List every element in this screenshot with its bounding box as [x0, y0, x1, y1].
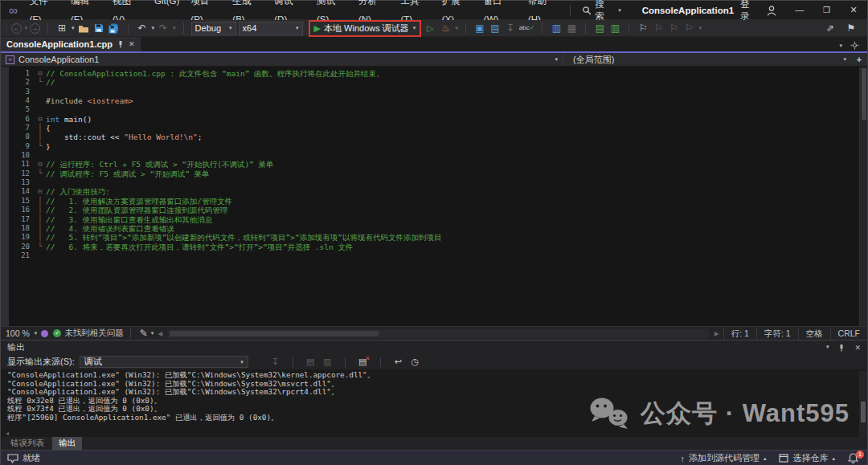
start-debugging-button[interactable]: 本地 Windows 调试器	[324, 22, 409, 35]
open-file-icon[interactable]	[77, 22, 90, 35]
editor-horizontal-scrollbar[interactable]	[168, 329, 708, 338]
save-icon[interactable]	[92, 22, 105, 35]
code-line[interactable]: 10	[9, 151, 859, 160]
column-indicator[interactable]: 字符: 1	[756, 327, 798, 340]
code-line[interactable]: 13	[9, 178, 859, 187]
report-problem-icon[interactable]: ⚑	[845, 22, 858, 35]
code-line[interactable]: 17│// 3. 使用输出窗口查看生成输出和其他消息	[9, 215, 859, 224]
fold-marker-icon[interactable]: ⊟	[35, 160, 46, 169]
toolbar-grip[interactable]: ⁞	[6, 24, 7, 32]
toggle-bookmark-icon[interactable]: ⚐	[637, 22, 649, 35]
prev-message-icon[interactable]: ▤	[305, 357, 317, 367]
redo-icon[interactable]: ↷	[157, 22, 170, 35]
code-line[interactable]: 14⊟// 入门使用技巧:	[9, 187, 859, 196]
scrollbar-thumb[interactable]	[862, 68, 866, 120]
goto-message-icon[interactable]: ↧	[269, 357, 281, 367]
tab-error-list[interactable]: 错误列表	[4, 437, 51, 450]
output-vertical-scrollbar[interactable]	[859, 371, 867, 437]
code-line[interactable]: 19│// 5. 转到“项目”>“添加新项”以创建新的代码文件，或转到“项目”>…	[9, 233, 859, 242]
save-all-icon[interactable]	[108, 22, 121, 35]
build-icon[interactable]: ▤	[593, 22, 606, 35]
code-line[interactable]: 1⊟// ConsoleApplication1.cpp : 此文件包含 “ma…	[9, 69, 859, 78]
start-debugging-icon[interactable]: ▶	[314, 23, 321, 34]
solution-explorer-icon[interactable]: ▤	[489, 22, 502, 35]
chevron-down-icon[interactable]: ▾	[25, 25, 28, 31]
code-line[interactable]: 20└// 6. 将来，若要再次打开此项目，请转到“文件”>“打开”>“项目”并…	[9, 243, 859, 251]
code-line[interactable]: 7│{	[9, 124, 859, 133]
clear-bookmarks-icon[interactable]: ⚐	[682, 22, 695, 35]
rebuild-icon[interactable]: ▥	[608, 22, 621, 35]
close-panel-icon[interactable]: ✕	[854, 344, 861, 352]
chevron-down-icon[interactable]: ▾	[455, 25, 458, 31]
fold-marker-icon[interactable]: ⊟	[35, 187, 46, 196]
close-button[interactable]: ✕	[840, 1, 867, 19]
line-ending-indicator[interactable]: CRLF	[830, 327, 867, 340]
code-line[interactable]: 21	[9, 251, 859, 260]
scroll-left-icon[interactable]: ◂	[154, 327, 166, 341]
output-scroll-left-icon[interactable]: ◂	[6, 430, 9, 437]
code-line[interactable]: 15│// 1. 使用解决方案资源管理器窗口添加/管理文件	[9, 197, 859, 206]
output-source-select[interactable]: 调试▾	[80, 356, 248, 368]
editor-vertical-scrollbar[interactable]	[859, 67, 867, 326]
clock-icon[interactable]: ◷	[409, 357, 421, 367]
tab-output[interactable]: 输出	[52, 437, 82, 450]
clear-all-icon[interactable]: ▤✕	[357, 357, 369, 367]
code-line[interactable]: 4#include <iostream>	[9, 96, 859, 105]
active-files-dropdown-icon[interactable]: ▾	[839, 43, 842, 49]
select-repository-button[interactable]: 选择仓库 ▴	[779, 452, 835, 464]
chevron-down-icon[interactable]: ▾	[413, 25, 416, 31]
maximize-button[interactable]: ❐	[813, 1, 841, 19]
spaces-indicator[interactable]: 空格	[798, 327, 830, 340]
hot-reload-icon[interactable]: ♨	[439, 22, 452, 35]
navigate-back-icon[interactable]: ←	[11, 23, 22, 34]
search-control[interactable]: 搜索 ▾	[575, 0, 628, 22]
find-in-files-icon[interactable]: ▣	[473, 22, 486, 35]
account-icon[interactable]	[765, 5, 778, 16]
code-line[interactable]: 2└//	[9, 78, 859, 87]
next-bookmark-icon[interactable]: ⚐	[667, 22, 680, 35]
window-position-caret-icon[interactable]: ▾	[826, 344, 829, 352]
window-options-gear-icon[interactable]	[850, 41, 859, 50]
document-health-icon[interactable]	[41, 330, 48, 337]
toolbar-overflow-icon[interactable]: ▾	[698, 25, 702, 31]
code-line[interactable]: 8│ std::cout << "Hello World!\n";	[9, 133, 859, 141]
code-line[interactable]: 3	[9, 88, 859, 96]
code-line[interactable]: 12└// 调试程序: F5 或调试 > “开始调试” 菜单	[9, 169, 859, 178]
code-line[interactable]: 9└}	[9, 142, 859, 151]
chevron-down-icon[interactable]: ▾	[72, 25, 75, 31]
scrollbar-thumb[interactable]	[861, 402, 866, 422]
scroll-right-icon[interactable]: ▸	[710, 327, 723, 341]
project-scope-select[interactable]: + ConsoleApplication1 ▾	[1, 53, 563, 66]
fold-marker-icon[interactable]: ⊟	[35, 115, 46, 124]
close-tab-icon[interactable]: ✕	[129, 40, 135, 48]
code-editor[interactable]: 1⊟// ConsoleApplication1.cpp : 此文件包含 “ma…	[1, 67, 867, 326]
new-project-icon[interactable]: ⊞	[55, 22, 68, 35]
scrollbar-thumb[interactable]	[170, 331, 379, 337]
tab-consoleapplication1-cpp[interactable]: ConsoleApplication1.cpp ✕	[1, 37, 141, 51]
collapse-all-icon[interactable]: ↧	[504, 22, 517, 35]
sign-in-button[interactable]: 登录	[734, 0, 765, 22]
code-line[interactable]: 6⊟int main()	[9, 115, 859, 124]
code-line[interactable]: 18│// 4. 使用错误列表窗口查看错误	[9, 224, 859, 233]
code-line[interactable]: 16│// 2. 使用团队资源管理器窗口连接到源代码管理	[9, 206, 859, 214]
code-line[interactable]: 5	[9, 105, 859, 114]
code-cleanup-icon[interactable]: ✎	[137, 327, 150, 341]
start-without-debugging-icon[interactable]: ▷	[424, 22, 436, 35]
prev-bookmark-icon[interactable]: ⚐	[652, 22, 665, 35]
fold-marker-icon[interactable]: ⊟	[35, 69, 46, 78]
pin-icon[interactable]	[117, 40, 124, 48]
navigate-forward-code-icon[interactable]: ▦	[565, 22, 578, 35]
split-window-icon[interactable]: +	[851, 55, 867, 64]
chevron-down-icon[interactable]: ▾	[152, 25, 155, 31]
global-scope-select[interactable]: (全局范围) ▾	[563, 53, 851, 66]
solution-configurations-select[interactable]: Debug▾	[191, 22, 236, 35]
pin-icon[interactable]	[838, 344, 845, 352]
solution-platforms-select[interactable]: x64▾	[239, 22, 303, 35]
minimize-button[interactable]: —	[786, 1, 813, 19]
undo-icon[interactable]: ↶	[136, 22, 149, 35]
zoom-level-select[interactable]: 100 %	[6, 328, 30, 338]
add-to-source-control-button[interactable]: ↑ 添加到源代码管理 ▴	[680, 452, 766, 464]
navigate-backward-code-icon[interactable]: ▥	[550, 22, 563, 35]
navigate-forward-icon[interactable]: →	[30, 23, 40, 34]
chevron-down-icon[interactable]: ▾	[173, 25, 176, 31]
